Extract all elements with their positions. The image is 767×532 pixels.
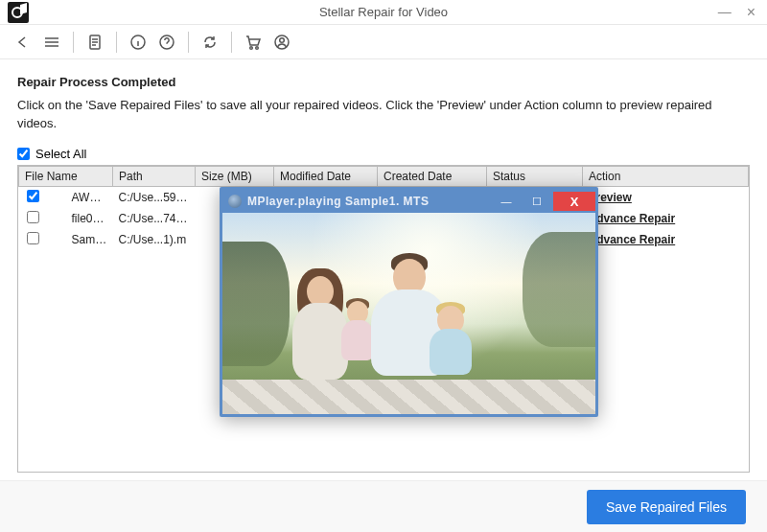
col-action[interactable]: Action xyxy=(583,166,749,186)
col-file-name[interactable]: File Name xyxy=(19,166,113,186)
player-icon xyxy=(228,195,242,208)
select-all-row: Select All xyxy=(17,147,750,161)
user-button[interactable] xyxy=(272,33,291,52)
col-size[interactable]: Size (MB) xyxy=(196,166,274,186)
toolbar-separator xyxy=(116,32,117,53)
col-path[interactable]: Path xyxy=(113,166,196,186)
cell-path: C:/Use...1).m xyxy=(113,229,196,250)
minimize-button[interactable]: — xyxy=(718,4,732,21)
refresh-button[interactable] xyxy=(200,33,220,52)
title-bar: Stellar Repair for Video — × xyxy=(0,0,767,25)
preview-title: MPlayer.playing Sample1. MTS xyxy=(247,195,490,208)
toolbar xyxy=(0,25,767,59)
footer-bar: Save Repaired Files xyxy=(0,480,767,532)
cell-path: C:/Use...59.mov xyxy=(113,186,196,208)
preview-maximize-button[interactable]: ☐ xyxy=(523,192,551,211)
menu-button[interactable] xyxy=(42,33,61,52)
close-button[interactable]: × xyxy=(747,4,755,21)
page-heading: Repair Process Completed xyxy=(17,75,750,89)
app-title: Stellar Repair for Video xyxy=(319,5,448,19)
page-description: Click on the 'Save Repaired Files' to sa… xyxy=(17,97,750,133)
table-header-row: File Name Path Size (MB) Modified Date C… xyxy=(19,166,749,186)
cell-action-link[interactable]: Advance Repair xyxy=(583,229,749,250)
preview-close-button[interactable]: X xyxy=(553,192,595,211)
toolbar-separator xyxy=(188,32,189,53)
svg-point-4 xyxy=(256,46,259,49)
col-modified[interactable]: Modified Date xyxy=(274,166,378,186)
preview-video-frame xyxy=(222,213,595,414)
select-all-label: Select All xyxy=(35,147,86,161)
cell-action-link[interactable]: Advance Repair xyxy=(583,208,749,229)
svg-point-6 xyxy=(280,37,285,42)
toolbar-separator xyxy=(73,32,74,53)
info-button[interactable] xyxy=(128,33,148,52)
svg-point-3 xyxy=(250,46,253,49)
help-button[interactable] xyxy=(157,33,176,52)
cell-action-link[interactable]: Preview xyxy=(583,186,749,208)
cell-file: AW_2....mov xyxy=(66,186,113,208)
page-icon[interactable] xyxy=(85,33,105,52)
cell-path: C:/Use...74.mov xyxy=(113,208,196,229)
col-created[interactable]: Created Date xyxy=(378,166,487,186)
cart-button[interactable] xyxy=(244,33,263,52)
row-checkbox[interactable] xyxy=(27,190,39,202)
save-repaired-files-button[interactable]: Save Repaired Files xyxy=(587,490,746,524)
row-checkbox[interactable] xyxy=(27,232,39,244)
preview-player-window[interactable]: MPlayer.playing Sample1. MTS — ☐ X xyxy=(220,187,598,417)
cell-file: Samp....mov xyxy=(66,229,113,250)
select-all-checkbox[interactable] xyxy=(17,148,30,160)
window-controls: — × xyxy=(718,4,767,21)
preview-title-bar[interactable]: MPlayer.playing Sample1. MTS — ☐ X xyxy=(222,190,595,213)
toolbar-separator xyxy=(231,32,232,53)
cell-file: file0...4.mp4 xyxy=(66,208,113,229)
row-checkbox[interactable] xyxy=(27,211,39,223)
preview-minimize-button[interactable]: — xyxy=(492,192,521,211)
back-button[interactable] xyxy=(13,33,33,52)
col-status[interactable]: Status xyxy=(487,166,583,186)
app-logo-icon xyxy=(8,2,29,23)
